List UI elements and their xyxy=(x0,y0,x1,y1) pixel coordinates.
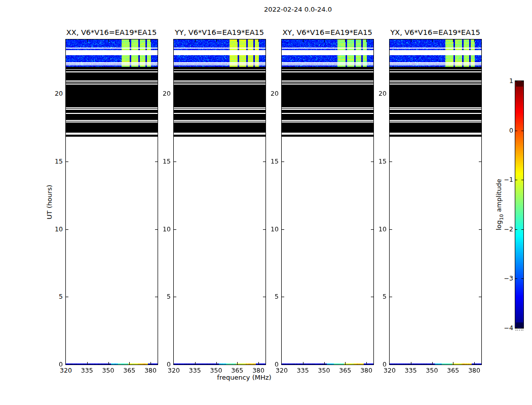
colorbar-label-sub: 10 xyxy=(499,214,504,220)
heatmap-panel-yy xyxy=(173,39,266,365)
heatmap-panel-xy xyxy=(281,39,374,365)
y-tick-label: 0 xyxy=(150,360,171,369)
colorbar-tick-label: −4 xyxy=(493,324,513,332)
colorbar-label-post: amplitude xyxy=(495,179,503,214)
y-tick-label: 10 xyxy=(366,225,387,233)
y-tick-label: 5 xyxy=(150,293,171,301)
y-tick-label: 20 xyxy=(43,90,63,98)
y-tick-label: 15 xyxy=(43,157,63,166)
colorbar-underflow-dots xyxy=(515,330,523,331)
y-tick-label: 0 xyxy=(258,360,279,369)
y-tick-label: 5 xyxy=(366,293,387,301)
panel-title-yy: YY, V6*V16=EA19*EA15 xyxy=(175,28,264,36)
y-tick-label: 20 xyxy=(366,90,387,98)
x-tick-label: 335 xyxy=(185,367,205,375)
x-tick-label: 335 xyxy=(401,367,421,375)
y-tick-label: 15 xyxy=(258,157,279,166)
figure: 2022-02-24 0.0-24.0 XX, V6*V16=EA19*EA15… xyxy=(0,0,532,405)
y-tick-label: 20 xyxy=(258,90,279,98)
colorbar xyxy=(515,80,524,329)
y-tick-label: 5 xyxy=(43,293,63,301)
heatmap-panel-xx xyxy=(65,39,158,365)
y-tick-label: 10 xyxy=(43,225,63,233)
y-tick-label: 5 xyxy=(258,293,279,301)
y-tick-label: 0 xyxy=(43,360,63,369)
panel-title-xy: XY, V6*V16=EA19*EA15 xyxy=(282,28,372,36)
colorbar-tick-label: 1 xyxy=(493,77,513,85)
colorbar-tick-label: −1 xyxy=(493,176,513,184)
x-tick-label: 335 xyxy=(77,367,97,375)
y-axis-label: UT (hours) xyxy=(46,185,53,219)
colorbar-label: log10 amplitude xyxy=(495,179,504,230)
colorbar-tick-label: −2 xyxy=(493,225,513,233)
figure-title: 2022-02-24 0.0-24.0 xyxy=(264,6,332,13)
x-tick-label: 365 xyxy=(227,367,247,375)
y-tick-label: 20 xyxy=(150,90,171,98)
x-tick-label: 350 xyxy=(422,367,442,375)
heatmap-panel-yx xyxy=(389,39,482,365)
x-tick-label: 365 xyxy=(119,367,139,375)
x-tick-label: 365 xyxy=(443,367,463,375)
x-tick-label: 365 xyxy=(335,367,355,375)
x-tick-label: 350 xyxy=(206,367,226,375)
panel-title-yx: YX, V6*V16=EA19*EA15 xyxy=(390,28,480,36)
x-tick-label: 350 xyxy=(98,367,119,375)
y-tick-label: 0 xyxy=(366,360,387,369)
y-tick-label: 15 xyxy=(366,157,387,166)
colorbar-tick-label: −3 xyxy=(493,274,513,282)
y-tick-label: 10 xyxy=(258,225,279,233)
y-tick-label: 15 xyxy=(150,157,171,166)
x-tick-label: 350 xyxy=(314,367,334,375)
panel-title-xx: XX, V6*V16=EA19*EA15 xyxy=(66,28,157,36)
colorbar-tick-label: 0 xyxy=(493,127,513,135)
x-tick-label: 380 xyxy=(464,367,484,375)
x-axis-label: frequency (MHz) xyxy=(217,374,271,381)
y-tick-label: 10 xyxy=(150,225,171,233)
x-tick-label: 335 xyxy=(293,367,313,375)
